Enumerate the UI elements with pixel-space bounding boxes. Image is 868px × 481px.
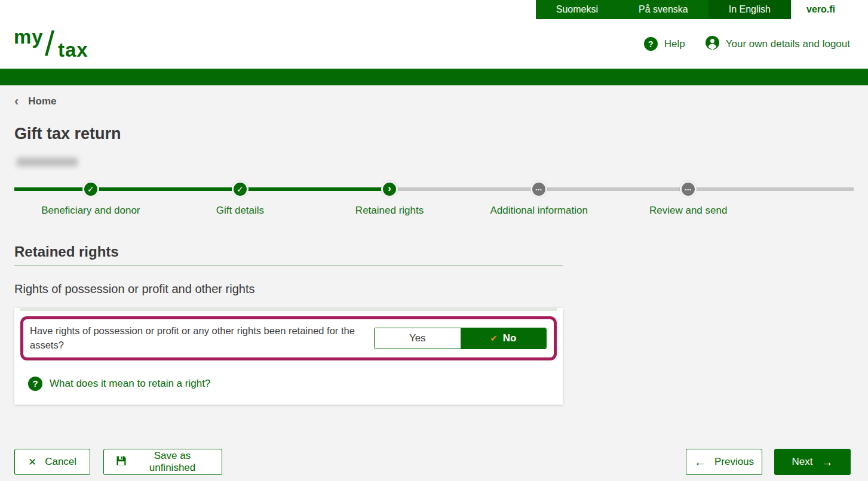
breadcrumb-home[interactable]: ‹ Home — [14, 95, 57, 107]
ellipsis-icon: ••• — [535, 187, 542, 192]
progress-stepper: ✓ ✓ › ••• ••• Beneficiary and donor Gift… — [14, 181, 854, 220]
card-body: Have rights of possession or profit or a… — [14, 311, 563, 405]
breadcrumb-label: Home — [28, 95, 56, 107]
arrow-right-icon: → — [821, 456, 833, 468]
person-icon — [706, 36, 719, 53]
mytax-page: Suomeksi På svenska In English vero.fi m… — [0, 0, 868, 481]
no-label: No — [503, 332, 517, 344]
step-label-beneficiary-and-donor[interactable]: Beneficiary and donor — [41, 205, 140, 217]
toggle-option-yes[interactable]: Yes — [375, 328, 461, 349]
section-underline — [14, 266, 563, 266]
question-text: Have rights of possession or profit or a… — [29, 324, 371, 353]
logo-text-my: my — [14, 26, 44, 48]
subsection-heading: Rights of possession or profit and other… — [14, 282, 854, 296]
highlighted-question-row: Have rights of possession or profit or a… — [20, 316, 557, 360]
step-circle-gift-details[interactable]: ✓ — [232, 181, 249, 198]
previous-button[interactable]: ← Previous — [686, 449, 762, 475]
header-links: ? Help Your own details and logout — [644, 36, 850, 53]
footer-action-bar: ✕ Cancel Save as unfinished ← Previous — [14, 449, 851, 475]
arrow-left-icon: ← — [694, 456, 706, 468]
language-bar: Suomeksi På svenska In English vero.fi — [0, 0, 868, 19]
next-button[interactable]: Next → — [774, 449, 851, 475]
account-logout-button[interactable]: Your own details and logout — [706, 36, 850, 53]
lang-in-english[interactable]: In English — [708, 0, 791, 19]
cancel-button[interactable]: ✕ Cancel — [14, 449, 90, 475]
check-icon: ✓ — [237, 184, 244, 194]
check-icon: ✔ — [490, 333, 498, 344]
check-icon: ✓ — [87, 184, 94, 194]
step-circle-retained-rights[interactable]: › — [381, 181, 398, 198]
cancel-label: Cancel — [45, 456, 76, 468]
question-mark-icon: ? — [28, 377, 42, 391]
toggle-option-no[interactable]: ✔ No — [461, 328, 547, 349]
step-circle-additional-information[interactable]: ••• — [530, 181, 547, 198]
chevron-left-icon: ‹ — [14, 96, 19, 107]
retain-right-help-link[interactable]: ? What does it mean to retain a right? — [28, 377, 210, 391]
logo-text-tax: tax — [58, 39, 88, 61]
account-logout-label: Your own details and logout — [726, 38, 850, 50]
ellipsis-icon: ••• — [685, 187, 692, 192]
logo-slash: / — [45, 23, 54, 63]
app-header: my / tax ? Help Your own details and log… — [0, 19, 868, 69]
previous-label: Previous — [714, 456, 754, 468]
next-label: Next — [792, 456, 813, 468]
save-label: Save as unfinished — [135, 450, 210, 474]
page-title: Gift tax return — [14, 125, 854, 143]
verofi-link[interactable]: vero.fi — [791, 0, 868, 19]
question-card: Have rights of possession or profit or a… — [14, 308, 563, 405]
x-icon: ✕ — [28, 456, 36, 468]
help-icon: ? — [644, 37, 658, 51]
yes-no-toggle: Yes ✔ No — [374, 328, 547, 349]
step-label-retained-rights[interactable]: Retained rights — [355, 205, 424, 217]
save-icon — [116, 455, 127, 469]
step-label-additional-information[interactable]: Additional information — [490, 205, 587, 217]
language-switcher: Suomeksi På svenska In English — [536, 0, 791, 19]
stepper-track-progress — [14, 187, 389, 191]
main-content: ‹ Home Gift tax return ✓ ✓ › ••• ••• Ben… — [0, 85, 868, 481]
help-label: Help — [664, 38, 685, 50]
help-link-label: What does it mean to retain a right? — [50, 378, 210, 390]
step-label-review-and-send[interactable]: Review and send — [649, 205, 727, 217]
chevron-right-icon: › — [388, 183, 391, 195]
step-circle-beneficiary-and-donor[interactable]: ✓ — [82, 181, 99, 198]
step-label-gift-details[interactable]: Gift details — [216, 205, 264, 217]
step-circle-review-and-send[interactable]: ••• — [680, 181, 697, 198]
taxpayer-name-redacted — [17, 158, 78, 166]
save-as-unfinished-button[interactable]: Save as unfinished — [103, 449, 222, 475]
section-heading: Retained rights — [14, 243, 854, 260]
green-band — [0, 69, 868, 85]
yes-label: Yes — [409, 332, 426, 344]
mytax-logo[interactable]: my / tax — [14, 26, 109, 63]
lang-suomeksi[interactable]: Suomeksi — [536, 0, 618, 19]
help-button[interactable]: ? Help — [644, 37, 685, 51]
lang-pa-svenska[interactable]: På svenska — [618, 0, 708, 19]
